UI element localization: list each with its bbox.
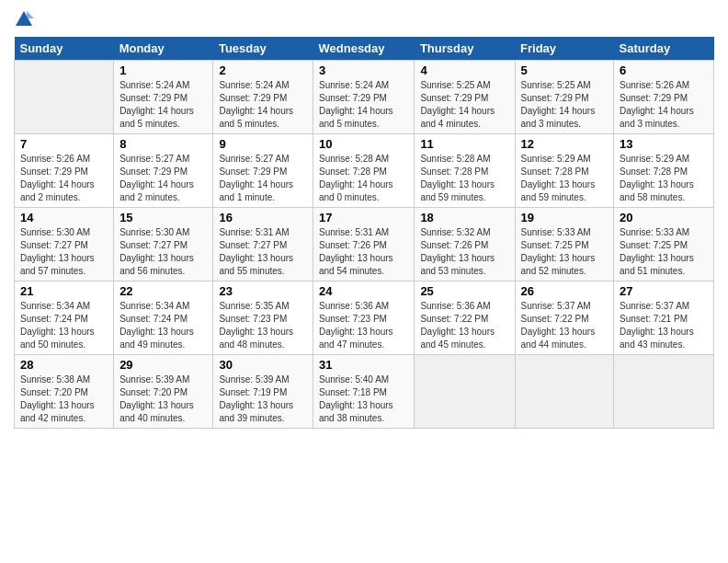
day-info: Sunrise: 5:32 AMSunset: 7:26 PMDaylight:… — [420, 226, 508, 278]
day-number: 11 — [420, 137, 508, 151]
day-info: Sunrise: 5:39 AMSunset: 7:20 PMDaylight:… — [119, 373, 207, 425]
page-container: SundayMondayTuesdayWednesdayThursdayFrid… — [0, 0, 728, 438]
day-number: 10 — [319, 137, 408, 151]
day-info: Sunrise: 5:28 AMSunset: 7:28 PMDaylight:… — [420, 153, 508, 204]
day-info: Sunrise: 5:31 AMSunset: 7:26 PMDaylight:… — [319, 226, 408, 278]
day-number: 7 — [20, 137, 108, 151]
weekday-header: Tuesday — [213, 37, 313, 61]
day-info: Sunrise: 5:38 AMSunset: 7:20 PMDaylight:… — [20, 373, 108, 425]
day-number: 3 — [319, 63, 408, 77]
day-info: Sunrise: 5:29 AMSunset: 7:28 PMDaylight:… — [521, 153, 608, 204]
calendar-cell: 9Sunrise: 5:27 AMSunset: 7:29 PMDaylight… — [213, 134, 313, 208]
day-info: Sunrise: 5:25 AMSunset: 7:29 PMDaylight:… — [420, 79, 508, 131]
day-number: 4 — [420, 63, 508, 77]
calendar-cell: 20Sunrise: 5:33 AMSunset: 7:25 PMDayligh… — [614, 208, 714, 282]
calendar-week-row: 14Sunrise: 5:30 AMSunset: 7:27 PMDayligh… — [15, 208, 714, 282]
calendar-cell — [614, 355, 714, 429]
day-number: 14 — [20, 211, 108, 224]
weekday-header: Monday — [114, 37, 213, 61]
day-number: 5 — [521, 63, 608, 77]
day-number: 19 — [521, 211, 608, 224]
weekday-header: Friday — [515, 37, 613, 61]
calendar-cell: 22Sunrise: 5:34 AMSunset: 7:24 PMDayligh… — [114, 282, 213, 355]
day-number: 15 — [119, 211, 207, 224]
day-number: 21 — [20, 284, 108, 298]
day-info: Sunrise: 5:36 AMSunset: 7:22 PMDaylight:… — [420, 300, 508, 351]
calendar-cell: 1Sunrise: 5:24 AMSunset: 7:29 PMDaylight… — [114, 61, 213, 134]
day-number: 26 — [521, 284, 608, 298]
weekday-header: Wednesday — [313, 37, 415, 61]
calendar-cell: 10Sunrise: 5:28 AMSunset: 7:28 PMDayligh… — [313, 134, 415, 208]
calendar-week-row: 7Sunrise: 5:26 AMSunset: 7:29 PMDaylight… — [15, 134, 714, 208]
calendar-cell: 24Sunrise: 5:36 AMSunset: 7:23 PMDayligh… — [313, 282, 415, 355]
day-info: Sunrise: 5:33 AMSunset: 7:25 PMDaylight:… — [521, 226, 608, 278]
day-info: Sunrise: 5:39 AMSunset: 7:19 PMDaylight:… — [219, 373, 307, 425]
day-info: Sunrise: 5:30 AMSunset: 7:27 PMDaylight:… — [119, 226, 207, 278]
calendar-cell: 31Sunrise: 5:40 AMSunset: 7:18 PMDayligh… — [313, 355, 415, 429]
day-number: 1 — [119, 63, 207, 77]
calendar-cell: 12Sunrise: 5:29 AMSunset: 7:28 PMDayligh… — [515, 134, 613, 208]
calendar-cell: 4Sunrise: 5:25 AMSunset: 7:29 PMDaylight… — [415, 61, 515, 134]
day-info: Sunrise: 5:24 AMSunset: 7:29 PMDaylight:… — [219, 79, 307, 131]
day-info: Sunrise: 5:27 AMSunset: 7:29 PMDaylight:… — [119, 153, 207, 204]
day-number: 2 — [219, 63, 307, 77]
calendar-cell: 18Sunrise: 5:32 AMSunset: 7:26 PMDayligh… — [415, 208, 515, 282]
day-number: 8 — [119, 137, 207, 151]
weekday-header: Thursday — [415, 37, 515, 61]
day-info: Sunrise: 5:25 AMSunset: 7:29 PMDaylight:… — [521, 79, 608, 131]
day-info: Sunrise: 5:27 AMSunset: 7:29 PMDaylight:… — [219, 153, 307, 204]
day-info: Sunrise: 5:34 AMSunset: 7:24 PMDaylight:… — [20, 300, 108, 351]
day-info: Sunrise: 5:33 AMSunset: 7:25 PMDaylight:… — [620, 226, 708, 278]
logo-icon — [14, 9, 34, 29]
day-number: 27 — [620, 284, 708, 298]
calendar-cell: 7Sunrise: 5:26 AMSunset: 7:29 PMDaylight… — [15, 134, 114, 208]
calendar-cell: 29Sunrise: 5:39 AMSunset: 7:20 PMDayligh… — [114, 355, 213, 429]
calendar-cell: 30Sunrise: 5:39 AMSunset: 7:19 PMDayligh… — [213, 355, 313, 429]
calendar-cell: 5Sunrise: 5:25 AMSunset: 7:29 PMDaylight… — [515, 61, 613, 134]
calendar-cell: 17Sunrise: 5:31 AMSunset: 7:26 PMDayligh… — [313, 208, 415, 282]
weekday-header-row: SundayMondayTuesdayWednesdayThursdayFrid… — [15, 37, 714, 61]
day-info: Sunrise: 5:30 AMSunset: 7:27 PMDaylight:… — [20, 226, 108, 278]
day-number: 28 — [20, 358, 108, 372]
day-info: Sunrise: 5:26 AMSunset: 7:29 PMDaylight:… — [620, 79, 708, 131]
day-info: Sunrise: 5:34 AMSunset: 7:24 PMDaylight:… — [119, 300, 207, 351]
calendar-cell: 28Sunrise: 5:38 AMSunset: 7:20 PMDayligh… — [15, 355, 114, 429]
calendar-cell: 15Sunrise: 5:30 AMSunset: 7:27 PMDayligh… — [114, 208, 213, 282]
day-number: 23 — [219, 284, 307, 298]
calendar-cell: 26Sunrise: 5:37 AMSunset: 7:22 PMDayligh… — [515, 282, 613, 355]
calendar-cell: 6Sunrise: 5:26 AMSunset: 7:29 PMDaylight… — [614, 61, 714, 134]
day-info: Sunrise: 5:24 AMSunset: 7:29 PMDaylight:… — [319, 79, 408, 131]
calendar-cell — [515, 355, 613, 429]
day-number: 22 — [119, 284, 207, 298]
day-number: 20 — [620, 211, 708, 224]
page-header — [14, 9, 714, 29]
day-number: 17 — [319, 211, 408, 224]
day-number: 18 — [420, 211, 508, 224]
day-info: Sunrise: 5:40 AMSunset: 7:18 PMDaylight:… — [319, 373, 408, 425]
calendar-table: SundayMondayTuesdayWednesdayThursdayFrid… — [14, 37, 714, 429]
day-number: 6 — [620, 63, 708, 77]
calendar-cell: 8Sunrise: 5:27 AMSunset: 7:29 PMDaylight… — [114, 134, 213, 208]
calendar-cell: 23Sunrise: 5:35 AMSunset: 7:23 PMDayligh… — [213, 282, 313, 355]
svg-marker-1 — [27, 11, 34, 18]
calendar-week-row: 21Sunrise: 5:34 AMSunset: 7:24 PMDayligh… — [15, 282, 714, 355]
logo — [14, 9, 38, 29]
calendar-cell: 13Sunrise: 5:29 AMSunset: 7:28 PMDayligh… — [614, 134, 714, 208]
day-number: 31 — [319, 358, 408, 372]
weekday-header: Saturday — [614, 37, 714, 61]
day-info: Sunrise: 5:29 AMSunset: 7:28 PMDaylight:… — [620, 153, 708, 204]
calendar-cell — [15, 61, 114, 134]
calendar-cell: 2Sunrise: 5:24 AMSunset: 7:29 PMDaylight… — [213, 61, 313, 134]
day-number: 9 — [219, 137, 307, 151]
weekday-header: Sunday — [15, 37, 114, 61]
calendar-cell: 16Sunrise: 5:31 AMSunset: 7:27 PMDayligh… — [213, 208, 313, 282]
day-info: Sunrise: 5:26 AMSunset: 7:29 PMDaylight:… — [20, 153, 108, 204]
day-info: Sunrise: 5:36 AMSunset: 7:23 PMDaylight:… — [319, 300, 408, 351]
day-info: Sunrise: 5:35 AMSunset: 7:23 PMDaylight:… — [219, 300, 307, 351]
calendar-cell: 25Sunrise: 5:36 AMSunset: 7:22 PMDayligh… — [415, 282, 515, 355]
day-number: 13 — [620, 137, 708, 151]
day-number: 25 — [420, 284, 508, 298]
day-number: 16 — [219, 211, 307, 224]
calendar-cell: 21Sunrise: 5:34 AMSunset: 7:24 PMDayligh… — [15, 282, 114, 355]
day-info: Sunrise: 5:37 AMSunset: 7:22 PMDaylight:… — [521, 300, 608, 351]
